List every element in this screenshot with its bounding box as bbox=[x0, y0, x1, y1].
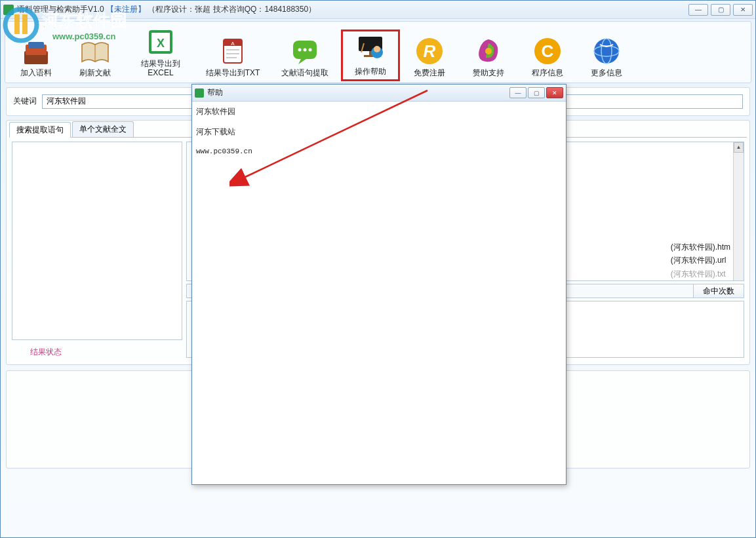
toolbar-help[interactable]: 操作帮助 bbox=[341, 29, 400, 81]
toolbar-refresh-docs[interactable]: 刷新文献 bbox=[66, 32, 125, 81]
toolbar-label: 程序信息 bbox=[532, 68, 563, 77]
toolbar-label: 刷新文献 bbox=[79, 68, 111, 77]
toolbar-program-info[interactable]: C 程序信息 bbox=[518, 32, 577, 81]
svg-text:A: A bbox=[231, 41, 235, 47]
help-minimize-button[interactable]: — bbox=[509, 87, 527, 98]
file-line: (河东软件园).htm bbox=[671, 240, 730, 254]
toolbar-container: 加入语料 刷新文献 X 结果导出到 EXCEL A 结果导出到TXT bbox=[5, 21, 751, 83]
toolbar-label: 文献语句提取 bbox=[281, 68, 328, 77]
help-body[interactable]: 河东软件园 河东下载站 www.pc0359.cn bbox=[192, 102, 566, 484]
toolbar-donate[interactable]: 赞助支持 bbox=[459, 32, 518, 81]
copyright-c-icon: C bbox=[532, 35, 563, 67]
help-maximize-button[interactable]: ▢ bbox=[528, 87, 545, 98]
help-close-button[interactable]: ✕ bbox=[546, 87, 563, 98]
toolbar-more-info[interactable]: 更多信息 bbox=[577, 32, 636, 81]
toolbar-label: 结果导出到TXT bbox=[206, 68, 260, 77]
help-title: 帮助 bbox=[207, 87, 509, 98]
help-dialog: 帮助 — ▢ ✕ 河东软件园 河东下载站 www.pc0359.cn bbox=[191, 84, 567, 485]
register-r-icon: R bbox=[414, 35, 445, 67]
svg-point-14 bbox=[298, 48, 302, 52]
tab-single-doc[interactable]: 单个文献全文 bbox=[72, 121, 134, 137]
donate-swirl-icon bbox=[473, 35, 504, 67]
svg-point-27 bbox=[594, 39, 619, 64]
keyword-label: 关键词 bbox=[13, 96, 37, 107]
svg-point-16 bbox=[309, 48, 312, 52]
svg-text:X: X bbox=[157, 37, 165, 50]
txt-icon: A bbox=[217, 35, 249, 67]
maximize-button[interactable]: ▢ bbox=[711, 4, 730, 16]
svg-point-15 bbox=[304, 48, 307, 52]
svg-text:R: R bbox=[424, 41, 436, 61]
file-line: (河东软件园).url bbox=[671, 254, 730, 267]
hit-count-label: 命中次数 bbox=[693, 284, 744, 298]
help-app-icon bbox=[195, 88, 204, 98]
title-prefix: 语料管理与检索助手V1.0 bbox=[17, 5, 104, 14]
toolbar-label: 加入语料 bbox=[20, 68, 52, 77]
file-lines: (河东软件园).htm (河东软件园).url (河东软件园).txt bbox=[671, 240, 730, 280]
status-label: 结果状态 bbox=[30, 347, 182, 358]
title-suffix: （程序设计：张超 技术咨询QQ：1484188350） bbox=[148, 5, 316, 14]
toolbar-export-excel[interactable]: X 结果导出到 EXCEL bbox=[125, 23, 197, 81]
help-line: 河东下载站 bbox=[196, 125, 562, 140]
svg-point-24 bbox=[485, 48, 492, 54]
svg-point-21 bbox=[374, 46, 380, 52]
scrollbar[interactable]: ▲ bbox=[733, 142, 744, 280]
left-column: 结果状态 bbox=[12, 142, 182, 358]
minimize-button[interactable]: — bbox=[688, 4, 708, 16]
toolbar: 加入语料 刷新文献 X 结果导出到 EXCEL A 结果导出到TXT bbox=[7, 23, 749, 81]
window-controls: — ▢ ✕ bbox=[688, 4, 753, 16]
toolbar-export-txt[interactable]: A 结果导出到TXT bbox=[197, 32, 269, 81]
chat-bubble-icon bbox=[289, 35, 321, 67]
toolbar-label: 免费注册 bbox=[414, 68, 445, 77]
scroll-up-icon[interactable]: ▲ bbox=[734, 142, 744, 153]
tab-search-extract[interactable]: 搜索提取语句 bbox=[9, 122, 71, 138]
main-titlebar: 语料管理与检索助手V1.0 【未注册】 （程序设计：张超 技术咨询QQ：1484… bbox=[1, 1, 755, 19]
help-url: www.pc0359.cn bbox=[196, 145, 562, 159]
excel-icon: X bbox=[145, 26, 176, 58]
toolbar-label: 赞助支持 bbox=[473, 68, 504, 77]
file-line: (河东软件园).txt bbox=[671, 267, 730, 280]
window-title: 语料管理与检索助手V1.0 【未注册】 （程序设计：张超 技术咨询QQ：1484… bbox=[17, 4, 688, 15]
books-icon bbox=[20, 35, 52, 67]
svg-rect-2 bbox=[28, 42, 44, 48]
help-window-controls: — ▢ ✕ bbox=[509, 87, 563, 98]
toolbar-extract-sentences[interactable]: 文献语句提取 bbox=[269, 32, 341, 81]
close-button[interactable]: ✕ bbox=[733, 4, 753, 16]
toolbar-label: 结果导出到 EXCEL bbox=[141, 59, 180, 78]
result-list[interactable] bbox=[12, 142, 182, 340]
help-teacher-icon bbox=[355, 34, 386, 66]
app-icon bbox=[3, 5, 14, 15]
help-titlebar[interactable]: 帮助 — ▢ ✕ bbox=[192, 85, 566, 102]
open-book-icon bbox=[79, 35, 111, 67]
globe-icon bbox=[591, 35, 622, 67]
toolbar-label: 操作帮助 bbox=[355, 67, 386, 76]
toolbar-free-register[interactable]: R 免费注册 bbox=[400, 32, 459, 81]
toolbar-label: 更多信息 bbox=[591, 68, 622, 77]
toolbar-add-corpus[interactable]: 加入语料 bbox=[7, 32, 66, 81]
help-line: 河东软件园 bbox=[196, 104, 562, 119]
title-unreg: 【未注册】 bbox=[106, 5, 146, 14]
svg-text:C: C bbox=[542, 41, 554, 61]
